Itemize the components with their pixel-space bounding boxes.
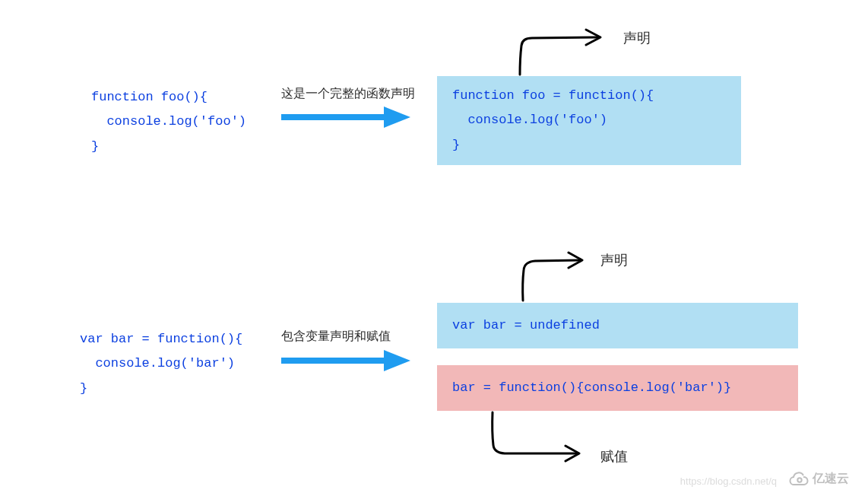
caption-section2: 包含变量声明和赋值 <box>281 329 391 345</box>
source-code-foo: function foo(){ console.log('foo') } <box>91 85 246 159</box>
declaration-box-bar: var bar = undefined <box>437 303 798 348</box>
result-box-foo: function foo = function(){ console.log('… <box>437 76 741 165</box>
svg-rect-0 <box>281 114 388 120</box>
watermark-logo: 亿速云 <box>787 468 859 489</box>
source-code-bar: var bar = function(){ console.log('bar')… <box>80 327 242 401</box>
arrow-right-2 <box>281 350 410 371</box>
svg-marker-3 <box>384 350 410 371</box>
sketch-arrow-up-1 <box>514 27 613 76</box>
watermark-brand: 亿速云 <box>813 471 849 487</box>
watermark-url: https://blog.csdn.net/q <box>680 476 777 487</box>
caption-section1: 这是一个完整的函数声明 <box>281 86 415 102</box>
arrow-right-1 <box>281 107 410 128</box>
label-declaration-1: 声明 <box>623 29 651 47</box>
svg-marker-1 <box>384 107 410 128</box>
label-declaration-2: 声明 <box>600 251 628 269</box>
svg-point-4 <box>797 478 801 482</box>
sketch-arrow-down-2 <box>486 411 593 464</box>
assignment-box-bar: bar = function(){console.log('bar')} <box>437 365 798 411</box>
sketch-arrow-up-2 <box>517 249 593 302</box>
svg-rect-2 <box>281 358 388 364</box>
label-assignment-2: 赋值 <box>600 447 628 466</box>
